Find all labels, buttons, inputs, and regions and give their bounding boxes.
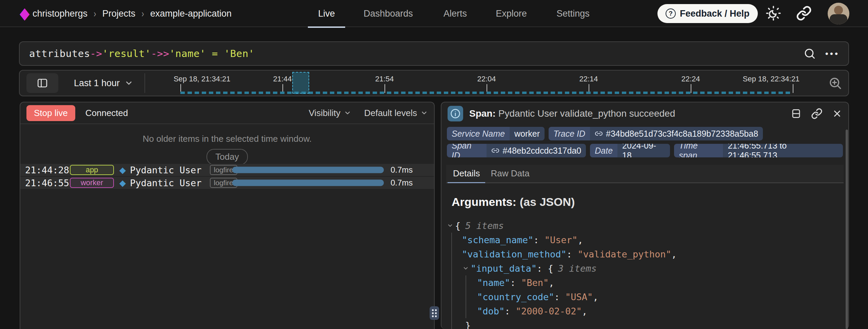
json-brace: {	[455, 220, 460, 231]
split-view-icon[interactable]	[791, 108, 802, 119]
query-token: ->	[90, 48, 102, 59]
span-diamond-icon[interactable]: ◆	[119, 178, 126, 188]
theme-toggle-icon[interactable]	[765, 5, 782, 22]
logfire-logo-icon[interactable]: ◆	[20, 5, 29, 21]
badge-value: 2024-09-18	[617, 144, 670, 157]
env-badge[interactable]: worker	[70, 178, 114, 188]
more-options-icon[interactable]: •••	[825, 49, 840, 59]
json-tree: { 5 items "schema_name": "User", "valida…	[446, 218, 842, 329]
divider	[144, 73, 145, 93]
tab-alerts[interactable]: Alerts	[431, 0, 480, 27]
json-line: { 5 items	[446, 218, 842, 233]
json-comma: ,	[549, 277, 554, 288]
stop-live-button[interactable]: Stop live	[26, 105, 75, 121]
tab-explore[interactable]: Explore	[484, 0, 538, 27]
feedback-help-button[interactable]: ? Feedback / Help	[657, 4, 758, 23]
span-id-badge[interactable]: Span ID #48eb2cdcdc317da0	[447, 144, 586, 157]
timeline-tick	[793, 84, 793, 93]
collapse-caret-icon[interactable]	[447, 222, 453, 229]
share-link-icon[interactable]	[796, 5, 812, 21]
span-diamond-icon[interactable]: ◆	[119, 165, 126, 175]
json-key: "input_data"	[471, 263, 537, 274]
json-item-count: 3 items	[558, 263, 597, 274]
timeline-tick-label: 21:44	[273, 75, 292, 83]
tab-live[interactable]: Live	[308, 0, 345, 27]
chevron-down-icon	[420, 109, 428, 117]
json-key: "country_code"	[477, 292, 554, 302]
json-colon: :	[505, 306, 516, 316]
zoom-in-icon[interactable]	[828, 76, 842, 90]
breadcrumb-projects[interactable]: Projects	[102, 8, 136, 19]
feedback-help-label: Feedback / Help	[680, 8, 750, 19]
question-circle-icon: ?	[666, 8, 676, 19]
service-name-badge: Service Name worker	[447, 127, 545, 140]
visibility-label: Visibility	[309, 108, 340, 118]
json-brace: }	[465, 320, 471, 329]
tab-dashboards[interactable]: Dashboards	[353, 0, 424, 27]
live-view-panel: Stop live Connected Visibility Default l…	[20, 102, 435, 329]
log-row[interactable]: 21:46:55 worker ◆ Pydantic User logfire …	[20, 177, 434, 190]
row-timestamp: 21:46:55	[25, 178, 69, 188]
tab-settings[interactable]: Settings	[542, 0, 604, 27]
json-line: "input_data": { 3 items	[446, 261, 842, 275]
json-key: "schema_name"	[462, 235, 533, 245]
env-badge[interactable]: app	[70, 165, 114, 175]
json-value: "User"	[545, 235, 578, 245]
row-timestamp: 21:44:28	[25, 165, 69, 175]
query-token: 'result'	[102, 48, 151, 59]
json-key: "validation_method"	[462, 249, 567, 259]
timeline-selection[interactable]	[292, 72, 309, 94]
permalink-icon[interactable]	[811, 108, 823, 119]
default-levels-dropdown[interactable]: Default levels	[364, 108, 428, 118]
default-levels-label: Default levels	[364, 108, 417, 118]
panel-resize-handle[interactable]	[430, 306, 439, 320]
info-icon	[448, 106, 463, 121]
row-title[interactable]: Pydantic User	[130, 165, 201, 175]
span-title: Span:Pydantic User validate_python succe…	[469, 108, 675, 119]
tab-raw-data[interactable]: Raw Data	[485, 164, 535, 182]
link-icon	[595, 130, 603, 138]
duration-bar[interactable]	[232, 167, 384, 173]
timeline-tick-label: Sep 18, 22:34:21	[743, 75, 800, 83]
user-avatar[interactable]	[828, 3, 849, 24]
duration-bar[interactable]	[232, 180, 384, 186]
row-duration: 0.7ms	[391, 165, 413, 175]
breadcrumb-project[interactable]: example-application	[150, 8, 232, 19]
collapse-caret-icon[interactable]	[462, 265, 469, 272]
query-input[interactable]: attributes->'result'->>'name' = 'Ben'	[29, 48, 255, 59]
json-key: "name"	[477, 277, 510, 288]
chevron-right-icon: ›	[141, 8, 144, 19]
time-span-badge: Time span 21:46:55.713 to 21:46:55.713	[674, 144, 843, 157]
detail-panel-header: Span:Pydantic User validate_python succe…	[441, 102, 848, 125]
search-icon[interactable]	[804, 47, 816, 60]
detail-panel-scrollbar[interactable]	[846, 130, 848, 329]
avatar-figure	[830, 14, 847, 24]
timeline-activity-strip[interactable]	[180, 92, 793, 94]
json-value: "validate_python"	[577, 249, 671, 259]
log-row[interactable]: 21:44:28 app ◆ Pydantic User logfire 0.7…	[20, 164, 434, 177]
tab-details[interactable]: Details	[448, 164, 485, 182]
trace-id-badge[interactable]: Trace ID #34bd8e51d73c3f4c8a189b72338a5b…	[549, 127, 763, 140]
timeline-tick-label: 22:04	[477, 75, 496, 83]
query-token: 'Ben'	[224, 48, 255, 59]
query-bar[interactable]: attributes->'result'->>'name' = 'Ben' ••…	[19, 41, 849, 66]
json-line: "dob": "2000-02-02",	[446, 304, 842, 318]
badge-label: Service Name	[447, 127, 510, 140]
timeline-tick-label: 22:24	[681, 75, 700, 83]
json-value: "Ben"	[521, 277, 549, 288]
json-comma: ,	[577, 235, 583, 245]
today-button[interactable]: Today	[206, 149, 248, 165]
span-metadata-badges: Service Name worker Trace ID #34bd8e51d7…	[441, 125, 848, 157]
close-icon[interactable]	[832, 109, 842, 119]
chevron-down-icon	[124, 79, 133, 88]
breadcrumb-org[interactable]: christophergs	[33, 8, 87, 19]
query-token: ->>	[151, 48, 169, 59]
time-range-dropdown[interactable]: Last 1 hour	[74, 71, 133, 96]
query-token: =	[206, 48, 224, 59]
row-title[interactable]: Pydantic User	[130, 178, 201, 188]
breadcrumb: christophergs › Projects › example-appli…	[33, 0, 232, 27]
live-panel-header: Stop live Connected Visibility Default l…	[20, 102, 434, 124]
json-colon: :	[533, 235, 545, 245]
visibility-dropdown[interactable]: Visibility	[309, 108, 351, 118]
sidebar-toggle-button[interactable]	[26, 73, 58, 93]
